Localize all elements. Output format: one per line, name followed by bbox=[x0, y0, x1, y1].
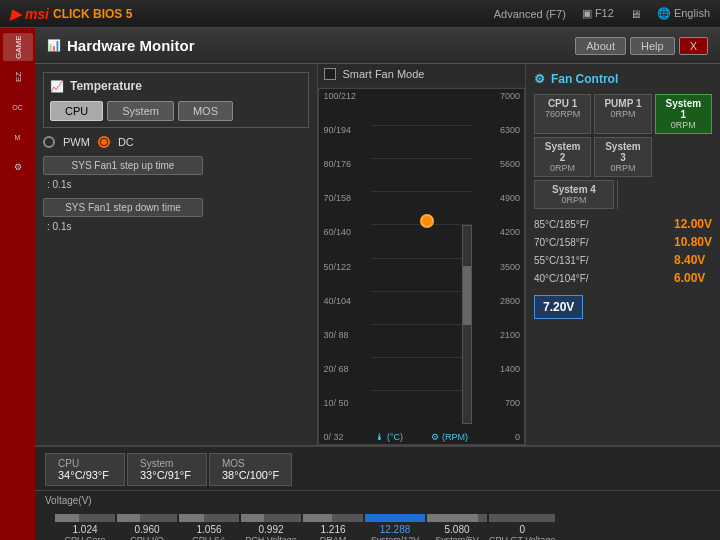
chart-inner: 0/ 32 10/ 50 20/ 68 30/ 88 40/104 50/122… bbox=[319, 89, 523, 444]
rpm-4200: 4200 bbox=[473, 227, 520, 237]
volt-num-system12v: 12.288 bbox=[380, 524, 411, 535]
volt-val-1: 12.00V bbox=[674, 217, 712, 231]
step-up-value: : 0.1s bbox=[43, 179, 309, 190]
about-button[interactable]: About bbox=[575, 37, 626, 55]
fan-system1[interactable]: System 1 0RPM bbox=[655, 94, 712, 134]
chart-scrollbar[interactable] bbox=[462, 225, 472, 424]
voltage-row: 1.024 CPU Core 0.960 CPU I/O 1.056 CPU S… bbox=[45, 510, 710, 540]
volt-name-cpu-gt: CPU GT Voltage bbox=[489, 535, 555, 540]
language-selector[interactable]: 🌐 English bbox=[657, 7, 710, 20]
y-label-0: 0/ 32 bbox=[323, 432, 370, 442]
help-button[interactable]: Help bbox=[630, 37, 675, 55]
main-content: 📊 Hardware Monitor About Help X 📈 Temper… bbox=[35, 28, 720, 540]
rpm-2800: 2800 bbox=[473, 296, 520, 306]
rpm-6300: 6300 bbox=[473, 125, 520, 135]
sidebar-item-settings[interactable]: ⚙ bbox=[3, 153, 33, 181]
rpm-0: 0 bbox=[473, 432, 520, 442]
pwm-radio[interactable] bbox=[43, 136, 55, 148]
volt-bar-cpu-gt bbox=[489, 514, 555, 522]
voltage-section-label: Voltage(V) bbox=[45, 495, 710, 506]
window-titlebar: 📊 Hardware Monitor About Help X bbox=[35, 28, 720, 64]
sidebar-item-oc[interactable]: OC bbox=[3, 93, 33, 121]
volt-cpu-sa: 1.056 CPU SA bbox=[179, 514, 239, 540]
voltage-display: 85°C/185°F/ 12.00V 70°C/158°F/ 10.80V 55… bbox=[534, 217, 712, 319]
chart-data-point[interactable] bbox=[420, 214, 434, 228]
volt-row-3: 55°C/131°F/ 8.40V bbox=[534, 253, 712, 267]
close-button[interactable]: X bbox=[679, 37, 708, 55]
volt-num-cpu-sa: 1.056 bbox=[196, 524, 221, 535]
y-label-90: 90/194 bbox=[323, 125, 370, 135]
volt-bar-cpu-io bbox=[117, 514, 177, 522]
volt-system5v: 5.080 System/5V bbox=[427, 514, 487, 540]
window-controls: About Help X bbox=[575, 37, 708, 55]
fan-control-label: Fan Control bbox=[551, 72, 618, 86]
fan-grid: CPU 1 760RPM PUMP 1 0RPM System 1 0RPM S… bbox=[534, 94, 712, 177]
advanced-nav[interactable]: Advanced (F7) bbox=[494, 8, 566, 20]
volt-name-cpu-sa: CPU SA bbox=[192, 535, 226, 540]
step-up-button[interactable]: SYS Fan1 step up time bbox=[43, 156, 203, 175]
temp-readings-row: CPU 34°C/93°F System 33°C/91°F MOS 38°C/… bbox=[35, 447, 720, 491]
fan-divider bbox=[617, 180, 618, 209]
fan-icon: ⚙ bbox=[534, 72, 545, 86]
fan-grid-row2: System 4 0RPM bbox=[534, 180, 712, 209]
sidebar-item-ez[interactable]: EZ bbox=[3, 63, 33, 91]
volt-temp-3: 55°C/131°F/ bbox=[534, 255, 674, 266]
rpm-3500: 3500 bbox=[473, 262, 520, 272]
dc-radio[interactable] bbox=[98, 136, 110, 148]
volt-temp-4: 40°C/104°F/ bbox=[534, 273, 674, 284]
volt-temp-1: 85°C/185°F/ bbox=[534, 219, 674, 230]
volt-num-cpu-gt: 0 bbox=[519, 524, 525, 535]
temp-header: 📈 Temperature bbox=[50, 79, 302, 93]
volt-num-dram: 1.216 bbox=[320, 524, 345, 535]
dc-label: DC bbox=[118, 136, 134, 148]
cpu-temp-button[interactable]: CPU bbox=[50, 101, 103, 121]
volt-val-2: 10.80V bbox=[674, 235, 712, 249]
mos-temp-button[interactable]: MOS bbox=[178, 101, 233, 121]
volt-bar-pch bbox=[241, 514, 301, 522]
step-down-button[interactable]: SYS Fan1 step down time bbox=[43, 198, 203, 217]
temperature-section: 📈 Temperature CPU System MOS bbox=[43, 72, 309, 128]
chart-panel: Smart Fan Mode 0/ 32 10/ 50 20/ 68 30/ 8… bbox=[318, 64, 525, 445]
fan-system4[interactable]: System 4 0RPM bbox=[534, 180, 614, 209]
rpm-axis-labels: 0 700 1400 2100 2800 3500 4200 4900 5600… bbox=[469, 89, 524, 444]
y-label-60: 60/140 bbox=[323, 227, 370, 237]
fan-pump1[interactable]: PUMP 1 0RPM bbox=[594, 94, 651, 134]
chart-canvas[interactable] bbox=[371, 93, 471, 424]
system-temp-button[interactable]: System bbox=[107, 101, 174, 121]
temp-buttons: CPU System MOS bbox=[50, 101, 302, 121]
pwm-dc-selector: PWM DC bbox=[43, 136, 309, 148]
volt-name-cpu-core: CPU Core bbox=[64, 535, 105, 540]
volt-row-1: 85°C/185°F/ 12.00V bbox=[534, 217, 712, 231]
sidebar: GAME EZ OC M ⚙ bbox=[0, 28, 35, 540]
step-down-value: : 0.1s bbox=[43, 221, 309, 232]
volt-val-3: 8.40V bbox=[674, 253, 705, 267]
volt-bar-dram bbox=[303, 514, 363, 522]
volt-cpu-gt: 0 CPU GT Voltage bbox=[489, 514, 555, 540]
msi-logo: ▶ msi bbox=[10, 6, 49, 22]
rpm-4900: 4900 bbox=[473, 193, 520, 203]
fan-cpu1[interactable]: CPU 1 760RPM bbox=[534, 94, 591, 134]
volt-cpu-core: 1.024 CPU Core bbox=[55, 514, 115, 540]
smart-fan-checkbox[interactable] bbox=[324, 68, 336, 80]
smart-fan-row: Smart Fan Mode bbox=[318, 64, 524, 84]
y-label-10: 10/ 50 bbox=[323, 398, 370, 408]
rpm-5600: 5600 bbox=[473, 159, 520, 169]
y-label-80: 80/176 bbox=[323, 159, 370, 169]
sidebar-item-game[interactable]: GAME bbox=[3, 33, 33, 61]
sidebar-item-m-flash[interactable]: M bbox=[3, 123, 33, 151]
left-panel: 📈 Temperature CPU System MOS PWM DC SYS … bbox=[35, 64, 318, 445]
content-area: 📈 Temperature CPU System MOS PWM DC SYS … bbox=[35, 64, 720, 445]
celsius-label: 🌡 (°C) bbox=[375, 432, 403, 442]
y-label-20: 20/ 68 bbox=[323, 364, 370, 374]
fan-chart-area[interactable]: 0/ 32 10/ 50 20/ 68 30/ 88 40/104 50/122… bbox=[318, 88, 524, 445]
volt-bar-cpu-sa bbox=[179, 514, 239, 522]
volt-num-system5v: 5.080 bbox=[444, 524, 469, 535]
right-panel: ⚙ Fan Control CPU 1 760RPM PUMP 1 0RPM S… bbox=[526, 64, 720, 445]
f12-icon[interactable]: ▣ F12 bbox=[582, 7, 614, 20]
rpm-700: 700 bbox=[473, 398, 520, 408]
volt-num-cpu-core: 1.024 bbox=[72, 524, 97, 535]
y-label-100: 100/212 bbox=[323, 91, 370, 101]
volt-dram: 1.216 DRAM bbox=[303, 514, 363, 540]
fan-system3[interactable]: System 3 0RPM bbox=[594, 137, 651, 177]
fan-system2[interactable]: System 2 0RPM bbox=[534, 137, 591, 177]
